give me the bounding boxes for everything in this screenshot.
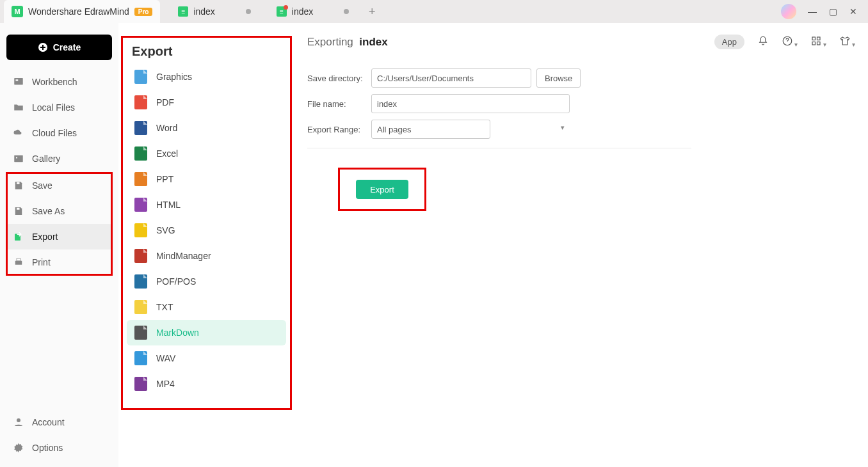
svg-rect-9	[17, 258, 20, 261]
file-type-icon	[134, 274, 147, 289]
svg-rect-7	[15, 234, 20, 241]
doc-icon: ≡	[178, 6, 188, 17]
format-label: Excel	[156, 148, 178, 159]
main-column: Exporting index App ▾ ▾ ▾ Save directory…	[294, 23, 868, 467]
svg-rect-1	[14, 78, 23, 85]
export-format-wav[interactable]: WAV	[127, 345, 286, 371]
tab-dot-icon	[246, 9, 251, 14]
export-format-txt[interactable]: TXT	[127, 294, 286, 320]
export-format-word[interactable]: Word	[127, 115, 286, 141]
pro-badge: Pro	[134, 8, 153, 16]
format-label: POF/POS	[156, 276, 196, 287]
export-range-select[interactable]	[371, 120, 490, 139]
save-dir-label: Save directory:	[307, 74, 371, 83]
svg-rect-3	[14, 155, 23, 162]
export-format-pofpos[interactable]: POF/POS	[127, 269, 286, 294]
user-avatar[interactable]	[781, 4, 796, 19]
format-label: PDF	[156, 97, 174, 107]
svg-rect-2	[16, 79, 19, 81]
export-format-pdf[interactable]: PDF	[127, 90, 286, 115]
format-label: Graphics	[156, 72, 192, 82]
sidebar-item-print[interactable]: Print	[6, 249, 112, 275]
format-label: MarkDown	[156, 328, 199, 338]
window-controls: — ▢ ✕	[781, 4, 868, 19]
tab-label: index	[292, 6, 313, 17]
tab-dot-icon	[344, 9, 349, 14]
app-pill-button[interactable]: App	[714, 35, 744, 49]
saveas-icon	[13, 205, 24, 217]
file-type-icon	[134, 146, 147, 161]
grid-icon[interactable]: ▾	[810, 35, 826, 49]
format-label: TXT	[156, 302, 173, 312]
file-type-icon	[134, 249, 147, 263]
export-format-excel[interactable]: Excel	[127, 141, 286, 166]
file-type-icon	[134, 326, 147, 340]
print-icon	[13, 257, 24, 268]
file-type-icon	[134, 121, 147, 135]
workbench-icon	[13, 76, 24, 88]
sidebar-item-workbench[interactable]: Workbench	[6, 69, 112, 95]
app-tab[interactable]: M Wondershare EdrawMind Pro	[4, 0, 160, 23]
export-button[interactable]: Export	[356, 180, 408, 199]
file-type-icon	[134, 95, 147, 109]
filename-label: File name:	[307, 99, 371, 109]
format-label: MindManager	[156, 251, 211, 261]
file-type-icon	[134, 70, 147, 84]
file-type-icon	[134, 300, 147, 314]
svg-rect-14	[817, 37, 821, 40]
browse-button[interactable]: Browse	[536, 68, 581, 88]
export-icon	[13, 231, 24, 242]
export-format-html[interactable]: HTML	[127, 192, 286, 218]
help-icon[interactable]: ▾	[782, 35, 798, 49]
folder-icon	[13, 102, 24, 113]
cloud-icon	[13, 127, 24, 139]
svg-rect-6	[17, 208, 20, 210]
file-type-icon	[134, 172, 147, 186]
bell-icon[interactable]	[757, 35, 769, 49]
export-format-ppt[interactable]: PPT	[127, 166, 286, 192]
svg-rect-16	[817, 42, 821, 45]
file-type-icon	[134, 377, 147, 391]
export-button-highlight: Export	[338, 168, 426, 211]
sidebar-item-saveas[interactable]: Save As	[6, 198, 112, 224]
file-type-icon	[134, 223, 147, 237]
close-button[interactable]: ✕	[849, 6, 858, 17]
sidebar-item-options[interactable]: Options	[6, 435, 112, 461]
export-format-svg[interactable]: SVG	[127, 218, 286, 243]
app-name: Wondershare EdrawMind	[28, 6, 129, 17]
export-format-mp4[interactable]: MP4	[127, 371, 286, 397]
filename-input[interactable]	[371, 94, 570, 113]
plus-circle-icon	[38, 42, 48, 52]
account-icon	[13, 416, 24, 428]
shirt-icon[interactable]: ▾	[839, 35, 855, 49]
sidebar-item-save[interactable]: Save	[6, 173, 112, 198]
format-label: PPT	[156, 174, 173, 184]
svg-point-10	[17, 418, 20, 422]
create-button[interactable]: Create	[6, 35, 112, 60]
save-dir-input[interactable]	[371, 68, 531, 88]
minimize-button[interactable]: —	[808, 6, 817, 17]
svg-point-4	[16, 157, 17, 158]
export-format-markdown[interactable]: MarkDown	[127, 320, 286, 345]
save-icon	[13, 180, 24, 191]
svg-rect-8	[15, 261, 22, 265]
sidebar-item-gallery[interactable]: Gallery	[6, 146, 112, 171]
svg-rect-5	[17, 182, 20, 184]
svg-rect-15	[812, 42, 816, 45]
file-actions-group: Save Save As Export Print	[6, 173, 112, 275]
gallery-icon	[13, 153, 24, 164]
doc-icon: ≡	[277, 6, 287, 17]
document-tab-1[interactable]: ≡ index	[269, 0, 357, 23]
new-tab-button[interactable]: +	[363, 3, 381, 20]
divider	[307, 148, 691, 148]
maximize-button[interactable]: ▢	[828, 6, 837, 17]
sidebar-item-account[interactable]: Account	[6, 409, 112, 435]
export-format-graphics[interactable]: Graphics	[127, 64, 286, 90]
export-format-mindmanager[interactable]: MindManager	[127, 243, 286, 269]
sidebar-item-export[interactable]: Export	[6, 224, 112, 249]
document-tab-0[interactable]: ≡ index	[170, 0, 258, 23]
sidebar-item-cloudfiles[interactable]: Cloud Files	[6, 120, 112, 146]
gear-icon	[13, 442, 24, 454]
sidebar-item-localfiles[interactable]: Local Files	[6, 95, 112, 120]
app-logo-icon: M	[12, 6, 23, 17]
